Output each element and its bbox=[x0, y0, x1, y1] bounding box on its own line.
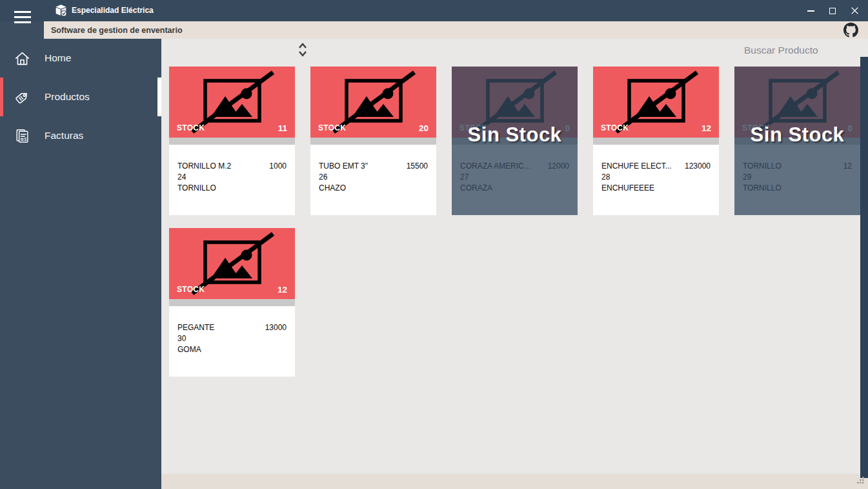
out-of-stock-overlay: Sin Stock bbox=[452, 67, 578, 215]
app-subtitle: Software de gestion de enventario bbox=[44, 26, 183, 35]
invoice-icon: $ bbox=[14, 127, 31, 145]
card-divider bbox=[169, 299, 295, 306]
hamburger-menu-button[interactable] bbox=[14, 11, 31, 23]
product-price: 1000 bbox=[269, 161, 287, 172]
product-card[interactable]: STOCK 0 TORNILLO 12 29 TORNILLO Sin Stoc… bbox=[734, 67, 860, 215]
card-divider bbox=[310, 138, 436, 145]
card-divider bbox=[169, 138, 295, 145]
stock-label: STOCK bbox=[177, 285, 205, 294]
close-button[interactable] bbox=[843, 0, 865, 21]
sidebar-item-facturas[interactable]: $ Facturas bbox=[0, 116, 161, 155]
stock-value: 12 bbox=[278, 285, 287, 295]
product-name: TUBO EMT 3" bbox=[319, 161, 368, 172]
package-check-icon bbox=[54, 4, 68, 20]
product-info: ENCHUFE ELECT... 123000 28 ENCHUFEEEE bbox=[593, 145, 719, 194]
card-divider bbox=[593, 138, 719, 145]
sidebar-item-label: Facturas bbox=[45, 130, 83, 141]
product-image-header: STOCK 11 bbox=[169, 67, 295, 138]
window-title: Especialidad Eléctrica bbox=[72, 0, 154, 21]
sidebar-item-label: Home bbox=[45, 52, 71, 64]
product-name: PEGANTE bbox=[177, 322, 214, 333]
maximize-button[interactable] bbox=[822, 0, 843, 21]
product-category: TORNILLO bbox=[177, 183, 287, 194]
maximize-icon bbox=[829, 8, 836, 14]
product-card[interactable]: STOCK 12 ENCHUFE ELECT... 123000 28 ENCH… bbox=[593, 67, 719, 215]
github-icon[interactable] bbox=[843, 23, 858, 40]
product-id: 30 bbox=[177, 333, 287, 344]
product-id: 24 bbox=[177, 172, 287, 183]
product-card[interactable]: STOCK 11 TORNILLO M.2 1000 24 TORNILLO S… bbox=[169, 67, 295, 215]
window-controls bbox=[800, 0, 865, 21]
status-bar bbox=[161, 473, 868, 489]
titlebar: Especialidad Eléctrica bbox=[0, 0, 868, 21]
sidebar-item-home[interactable]: Home bbox=[0, 39, 161, 78]
main-content: STOCK 11 TORNILLO M.2 1000 24 TORNILLO S… bbox=[161, 39, 868, 489]
product-image-header: STOCK 20 bbox=[310, 67, 436, 138]
svg-text:$: $ bbox=[24, 136, 26, 142]
out-of-stock-label: Sin Stock bbox=[452, 123, 578, 147]
stock-value: 12 bbox=[701, 123, 711, 133]
sort-toggle-button[interactable] bbox=[296, 41, 309, 58]
product-name: ENCHUFE ELECT... bbox=[601, 161, 672, 172]
stock-label: STOCK bbox=[318, 123, 346, 132]
up-down-chevron-icon bbox=[298, 42, 307, 57]
home-icon bbox=[14, 50, 31, 67]
minimize-icon bbox=[807, 10, 814, 12]
price-tag-icon bbox=[14, 88, 31, 106]
vertical-scrollbar[interactable] bbox=[860, 57, 868, 478]
product-card[interactable]: STOCK 0 CORAZA AMERIC... 12000 27 CORAZA… bbox=[452, 67, 578, 215]
out-of-stock-label: Sin Stock bbox=[734, 123, 860, 147]
product-id: 28 bbox=[601, 172, 711, 183]
close-icon bbox=[851, 6, 859, 15]
product-info: TUBO EMT 3" 15500 26 CHAZO bbox=[310, 145, 436, 194]
product-price: 123000 bbox=[685, 161, 711, 172]
subtitle-bar: Software de gestion de enventario bbox=[44, 21, 868, 39]
product-grid: STOCK 11 TORNILLO M.2 1000 24 TORNILLO S… bbox=[169, 67, 860, 377]
app-window: Home Productos bbox=[0, 0, 868, 489]
sidebar-item-label: Productos bbox=[45, 91, 90, 103]
stock-value: 11 bbox=[278, 123, 287, 133]
minimize-button[interactable] bbox=[800, 0, 822, 21]
product-image-header: STOCK 12 bbox=[169, 228, 295, 299]
out-of-stock-overlay: Sin Stock bbox=[734, 67, 860, 215]
product-category: ENCHUFEEEE bbox=[601, 183, 711, 194]
product-category: CHAZO bbox=[319, 183, 428, 194]
product-id: 26 bbox=[319, 172, 428, 183]
product-name: TORNILLO M.2 bbox=[177, 161, 231, 172]
product-card[interactable]: STOCK 20 TUBO EMT 3" 15500 26 CHAZO Sin … bbox=[310, 67, 436, 215]
stock-label: STOCK bbox=[177, 123, 205, 132]
search-input[interactable] bbox=[744, 42, 868, 59]
resize-grip-icon[interactable] bbox=[856, 475, 865, 487]
product-category: GOMA bbox=[177, 344, 287, 355]
sidebar: Home Productos bbox=[0, 0, 161, 489]
sidebar-nav: Home Productos bbox=[0, 39, 161, 155]
stock-value: 20 bbox=[419, 123, 429, 133]
product-card[interactable]: STOCK 12 PEGANTE 13000 30 GOMA Sin Stock bbox=[169, 228, 295, 377]
product-price: 13000 bbox=[265, 322, 287, 333]
product-info: TORNILLO M.2 1000 24 TORNILLO bbox=[169, 145, 295, 194]
stock-label: STOCK bbox=[601, 123, 629, 132]
product-image-header: STOCK 12 bbox=[593, 67, 719, 138]
product-info: PEGANTE 13000 30 GOMA bbox=[169, 306, 295, 355]
product-price: 15500 bbox=[407, 161, 428, 172]
sidebar-item-productos[interactable]: Productos bbox=[0, 78, 161, 116]
